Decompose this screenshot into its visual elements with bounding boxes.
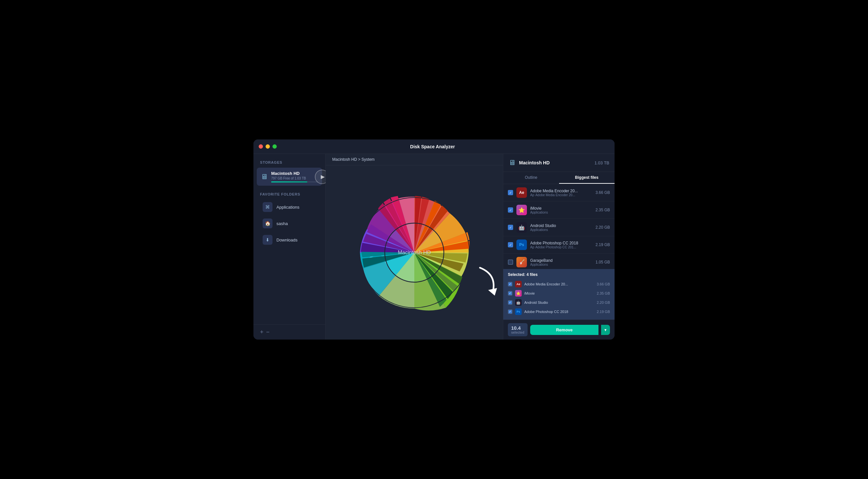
file-checkbox-2[interactable] <box>508 207 513 213</box>
storages-label: Storages <box>253 160 326 164</box>
applications-label: Applications <box>276 205 300 210</box>
add-folder-button[interactable]: + <box>260 329 264 336</box>
sasha-label: sasha <box>276 221 288 226</box>
maximize-button[interactable] <box>273 145 277 149</box>
right-footer: 10.4 selected Remove ▾ <box>503 320 615 340</box>
chevron-down-icon: ▾ <box>604 327 607 332</box>
tab-outline[interactable]: Outline <box>503 172 559 184</box>
sel-checkbox-1[interactable] <box>508 282 513 286</box>
applications-icon: ⌘ <box>262 202 273 212</box>
imovie-icon: ⭐ <box>517 205 527 215</box>
main-content: Storages 🖥 Macintosh HD 797 GB Free of 1… <box>253 154 615 340</box>
list-item[interactable]: ⭐ iMovie Applications 2.35 GB <box>503 201 615 219</box>
sel-icon-ame: Ae <box>515 281 522 287</box>
ame-icon: Ae <box>517 187 527 198</box>
file-size-3: 2.20 GB <box>595 225 610 230</box>
storage-free: 797 GB Free of 1.03 TB <box>271 177 318 180</box>
right-header: 🖥 Macintosh HD 1.03 TB <box>503 154 615 172</box>
file-checkbox-1[interactable] <box>508 190 513 195</box>
sel-icon-android: 🤖 <box>515 299 522 306</box>
file-sub-2: Applications <box>530 211 592 214</box>
right-drive-size: 1.03 TB <box>594 160 609 165</box>
file-checkbox-4[interactable] <box>508 242 513 247</box>
file-info-5: GarageBand Applications <box>530 258 592 266</box>
title-bar: Disk Space Analyzer <box>253 139 615 154</box>
sidebar-item-downloads[interactable]: ⬇ Downloads <box>256 232 323 248</box>
file-sub-1: Ap Adobe Media Encoder 20... <box>530 193 592 197</box>
file-name-3: Android Studio <box>530 223 592 228</box>
sel-icon-ps: Ps <box>515 309 522 315</box>
file-name-2: iMovie <box>530 206 592 211</box>
traffic-lights <box>259 145 277 149</box>
selected-item-2[interactable]: ⭐ iMovie 2.35 GB <box>508 289 610 298</box>
file-sub-4: Ap Adobe Photoshop CC 201... <box>530 246 592 249</box>
sel-checkbox-2[interactable] <box>508 291 513 296</box>
sel-name-1: Adobe Media Encoder 20... <box>524 282 594 286</box>
file-size-1: 3.66 GB <box>595 190 610 195</box>
file-size-4: 2.19 GB <box>595 243 610 247</box>
file-info-3: Android Studio Applications <box>530 223 592 232</box>
breadcrumb-part-1[interactable]: Macintosh HD <box>332 157 357 162</box>
list-item[interactable]: Ps Adobe Photoshop CC 2018 Ap Adobe Phot… <box>503 236 615 254</box>
app-title: Disk Space Analyzer <box>282 144 583 149</box>
storage-name: Macintosh HD <box>271 171 318 176</box>
breadcrumb-separator: > <box>358 157 362 162</box>
file-checkbox-5[interactable] <box>508 259 513 265</box>
file-info-4: Adobe Photoshop CC 2018 Ap Adobe Photosh… <box>530 241 592 249</box>
remove-chevron-button[interactable]: ▾ <box>601 325 610 335</box>
sel-icon-imovie: ⭐ <box>515 290 522 296</box>
list-item[interactable]: Ae Adobe Media Encoder 20... Ap Adobe Me… <box>503 184 615 201</box>
app-window: Disk Space Analyzer Storages 🖥 Macintosh… <box>253 139 615 340</box>
storage-info: Macintosh HD 797 GB Free of 1.03 TB <box>271 171 318 183</box>
file-sub-3: Applications <box>530 228 592 232</box>
file-name-1: Adobe Media Encoder 20... <box>530 189 592 193</box>
drive-icon: 🖥 <box>261 172 268 181</box>
tab-biggest-label: Biggest files <box>575 175 598 180</box>
total-size-label: selected <box>511 331 524 334</box>
selected-item-3[interactable]: 🤖 Android Studio 2.20 GB <box>508 298 610 307</box>
sidebar: Storages 🖥 Macintosh HD 797 GB Free of 1… <box>253 154 326 340</box>
sunburst-chart[interactable]: Macintosh HD <box>336 174 493 331</box>
sidebar-footer: + − <box>253 324 326 340</box>
right-panel: 🖥 Macintosh HD 1.03 TB Outline Biggest f… <box>503 154 615 340</box>
selected-item-4[interactable]: Ps Adobe Photoshop CC 2018 2.19 GB <box>508 307 610 316</box>
close-button[interactable] <box>259 145 263 149</box>
file-size-2: 2.35 GB <box>595 208 610 212</box>
sel-size-2: 2.35 GB <box>597 291 610 295</box>
sel-size-3: 2.20 GB <box>597 300 610 305</box>
android-icon: 🤖 <box>517 222 527 233</box>
chart-area: Macintosh HD <box>326 165 503 340</box>
remove-button[interactable]: Remove <box>530 325 598 335</box>
total-size-value: 10.4 <box>511 325 524 331</box>
file-info-2: iMovie Applications <box>530 206 592 214</box>
sel-name-4: Adobe Photoshop CC 2018 <box>524 310 594 314</box>
list-item[interactable]: 🤖 Android Studio Applications 2.20 GB <box>503 219 615 236</box>
tab-outline-label: Outline <box>525 175 537 180</box>
play-icon: ▶ <box>321 173 325 180</box>
downloads-icon: ⬇ <box>262 235 273 245</box>
storage-item-macintosh-hd[interactable]: 🖥 Macintosh HD 797 GB Free of 1.03 TB ▶ <box>257 168 322 186</box>
sidebar-item-sasha[interactable]: 🏠 sasha <box>256 215 323 232</box>
center-panel: Macintosh HD > System <box>326 154 503 340</box>
storage-bar <box>271 182 318 183</box>
remove-folder-button[interactable]: − <box>266 329 270 336</box>
tab-bar: Outline Biggest files <box>503 172 615 184</box>
files-list: Ae Adobe Media Encoder 20... Ap Adobe Me… <box>503 184 615 269</box>
breadcrumb: Macintosh HD > System <box>332 157 496 162</box>
file-name-5: GarageBand <box>530 258 592 263</box>
sel-checkbox-4[interactable] <box>508 309 513 314</box>
file-sub-5: Applications <box>530 263 592 266</box>
minimize-button[interactable] <box>266 145 270 149</box>
sidebar-item-applications[interactable]: ⌘ Applications <box>256 199 323 215</box>
favorites-label: Favorite Folders <box>253 192 326 196</box>
file-checkbox-3[interactable] <box>508 225 513 230</box>
file-name-4: Adobe Photoshop CC 2018 <box>530 241 592 246</box>
selected-item-1[interactable]: Ae Adobe Media Encoder 20... 3.66 GB <box>508 280 610 289</box>
sel-checkbox-3[interactable] <box>508 300 513 305</box>
sel-size-1: 3.66 GB <box>597 282 610 286</box>
sel-name-2: iMovie <box>524 291 594 295</box>
sasha-icon: 🏠 <box>262 219 273 228</box>
breadcrumb-part-2[interactable]: System <box>362 157 375 162</box>
tab-biggest-files[interactable]: Biggest files <box>559 172 615 184</box>
list-item[interactable]: 🎸 GarageBand Applications 1.05 GB <box>503 254 615 269</box>
